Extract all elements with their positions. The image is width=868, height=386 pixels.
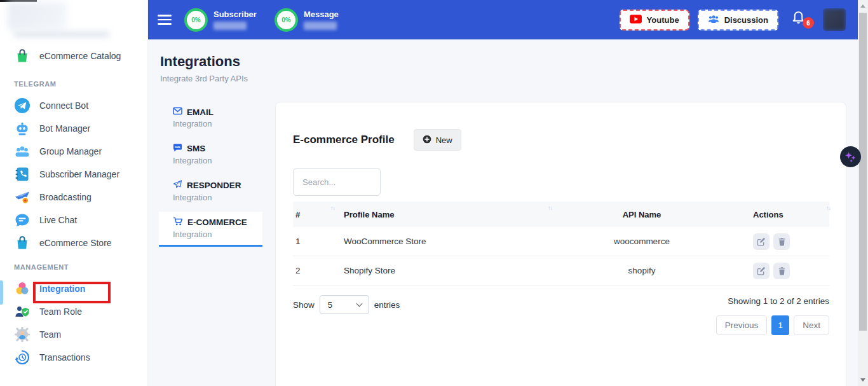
app-logo-blurred (8, 2, 67, 30)
ai-assistant-fab[interactable] (840, 146, 861, 167)
next-page-button[interactable]: Next (794, 315, 829, 335)
sidebar-item-label: Broadcasting (39, 192, 92, 202)
scroll-down-arrow-icon[interactable] (860, 378, 865, 382)
sidebar-item-label: Group Manager (39, 146, 102, 156)
sms-icon: SMS (173, 143, 182, 154)
responder-plane-icon (173, 180, 182, 191)
sidebar-item-group-manager[interactable]: Group Manager (0, 140, 147, 163)
subnav-ecommerce-integration[interactable]: E-COMMERCE Integration (159, 212, 262, 247)
entries-label: entries (374, 300, 400, 310)
showing-entries-text: Showing 1 to 2 of 2 entries (728, 296, 829, 306)
sidebar-item-integration[interactable]: Integration (0, 277, 147, 300)
column-header-profile-name: Profile Name (344, 210, 394, 219)
user-avatar[interactable] (823, 8, 846, 31)
column-header-num: # (295, 210, 300, 219)
subnav-responder-integration[interactable]: RESPONDER Integration (159, 175, 262, 208)
main-content: Integrations Integrate 3rd Party APIs EM… (148, 39, 858, 386)
subnav-title-text: EMAIL (187, 107, 214, 117)
sidebar-item-transactions[interactable]: Transactions (0, 346, 147, 369)
hamburger-menu-icon[interactable] (158, 12, 172, 27)
broadcast-plane-icon (14, 189, 31, 205)
trash-icon (778, 266, 786, 275)
pagination: Previous 1 Next (716, 315, 829, 335)
sidebar: eCommerce Catalog TELEGRAM Connect Bot B… (0, 0, 148, 386)
discussion-button[interactable]: Discussion (698, 10, 778, 31)
chevron-down-icon (356, 300, 362, 307)
integration-subnav: EMAIL Integration SMS SMS Integration (159, 102, 262, 247)
table-row: 2 Shopify Store shopify (293, 256, 829, 286)
profile-name: WooCommerce Store (339, 237, 555, 246)
shopping-bag-blue-icon (14, 235, 31, 251)
sidebar-item-connect-bot[interactable]: Connect Bot (0, 94, 147, 117)
sidebar-item-label: Team Role (39, 307, 82, 317)
email-icon (173, 107, 182, 117)
sidebar-item-label: Live Chat (39, 215, 77, 225)
page-title: Integrations (160, 53, 858, 70)
page-size-select[interactable]: 5 (320, 295, 369, 314)
profile-name: Shopify Store (339, 266, 555, 275)
logo-area[interactable] (0, 0, 147, 39)
message-stat-label: Message (304, 10, 339, 19)
panel-title: E-commerce Profile (293, 134, 395, 146)
table-row: 1 WooCommerce Store woocommerce (293, 227, 829, 256)
current-page-button[interactable]: 1 (771, 315, 789, 335)
chat-bubble-icon (14, 212, 31, 228)
team-gear-icon (14, 326, 31, 343)
subnav-email-integration[interactable]: EMAIL Integration (159, 102, 262, 134)
subscriber-progress-ring: 0% (184, 8, 208, 32)
delete-button[interactable] (773, 233, 790, 250)
sidebar-item-broadcasting[interactable]: Broadcasting (0, 186, 147, 209)
sidebar-item-label: Connect Bot (39, 100, 88, 111)
column-header-api-name: API Name (623, 210, 661, 219)
topbar: 0% Subscriber 0% Message Youtube (148, 0, 858, 39)
sidebar-item-ecommerce-catalog[interactable]: eCommerce Catalog (0, 45, 147, 67)
telegram-plane-icon (14, 97, 31, 114)
subscriber-stat-value-blurred (214, 22, 247, 30)
sort-icon[interactable]: ↑↓ (330, 205, 335, 211)
sidebar-item-label: Integration (39, 284, 85, 294)
scroll-up-arrow-icon[interactable] (860, 4, 865, 8)
subnav-title-text: SMS (187, 144, 205, 153)
edit-button[interactable] (753, 263, 770, 279)
edit-pencil-icon (757, 266, 766, 275)
app-root: eCommerce Catalog TELEGRAM Connect Bot B… (0, 0, 868, 386)
trash-icon (778, 237, 786, 246)
subnav-subtitle-text: Integration (173, 156, 262, 165)
sidebar-item-bot-manager[interactable]: Bot Manager (0, 117, 147, 140)
avatar-image-blurred (823, 8, 846, 31)
sort-icon[interactable]: ↑↓ (548, 205, 552, 211)
previous-page-button[interactable]: Previous (716, 315, 768, 335)
youtube-button[interactable]: Youtube (620, 10, 689, 31)
subnav-subtitle-text: Integration (173, 119, 262, 128)
sidebar-item-label: eCommerce Catalog (39, 51, 121, 61)
sidebar-item-live-chat[interactable]: Live Chat (0, 209, 147, 231)
vertical-scrollbar[interactable] (858, 0, 868, 386)
scrollbar-thumb[interactable] (859, 13, 867, 331)
sidebar-item-subscriber-manager[interactable]: Subscriber Manager (0, 163, 147, 186)
sidebar-item-label: Bot Manager (39, 123, 90, 134)
sort-icon[interactable]: ↑↓ (826, 205, 831, 211)
youtube-button-label: Youtube (647, 15, 679, 25)
svg-text:SMS: SMS (175, 146, 180, 149)
sidebar-item-label: Subscriber Manager (39, 169, 119, 179)
sidebar-item-team-role[interactable]: Team Role (0, 300, 147, 323)
group-people-icon (14, 143, 31, 160)
row-number: 1 (293, 237, 339, 246)
robot-icon (14, 120, 31, 137)
ecommerce-profile-card: E-commerce Profile New # ↑↓ Profile Name… (275, 102, 846, 386)
new-profile-button[interactable]: New (414, 129, 461, 151)
sidebar-item-label: eCommerce Store (39, 238, 112, 248)
subnav-sms-integration[interactable]: SMS SMS Integration (159, 138, 262, 171)
notifications-button[interactable]: 6 (791, 9, 810, 31)
edit-button[interactable] (753, 233, 770, 250)
delete-button[interactable] (773, 263, 790, 279)
sidebar-item-label: Team (39, 329, 61, 340)
plus-circle-icon (423, 135, 431, 146)
sidebar-item-team[interactable]: Team (0, 323, 147, 346)
api-name: woocommerce (555, 237, 729, 246)
page-size-value: 5 (328, 300, 332, 310)
logo-subtitle-blurred (14, 31, 109, 38)
sidebar-item-ecommerce-store[interactable]: eCommerce Store (0, 231, 147, 254)
transactions-clock-icon (14, 349, 31, 366)
search-input[interactable] (293, 168, 381, 196)
